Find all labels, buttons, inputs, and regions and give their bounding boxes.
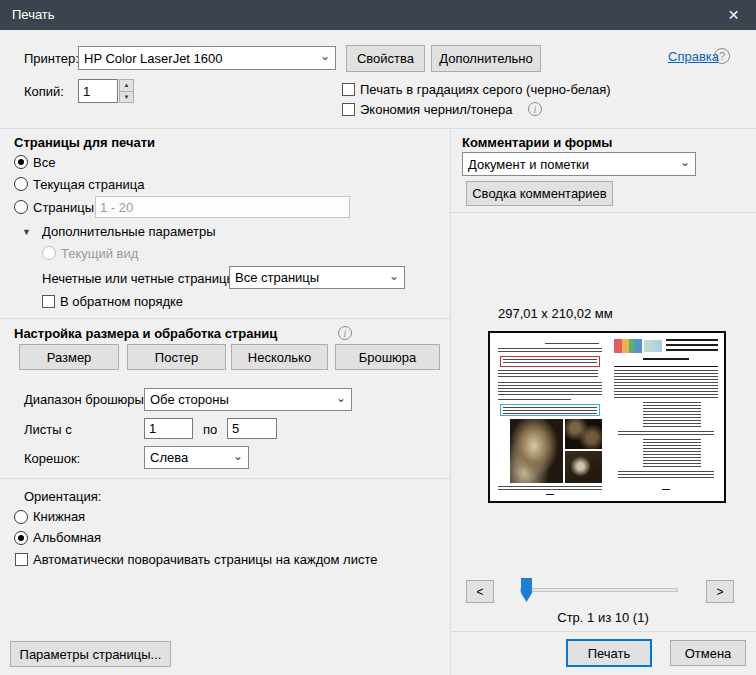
size-button[interactable]: Размер (19, 344, 119, 370)
pages-all-label[interactable]: Все (33, 155, 55, 170)
more-options-expander-icon[interactable]: ▼ (22, 227, 31, 237)
text-lines (498, 486, 602, 490)
pages-range-label[interactable]: Страницы (33, 200, 94, 215)
advanced-button[interactable]: Дополнительно (431, 45, 541, 72)
properties-button[interactable]: Свойства (346, 45, 425, 72)
spin-up-icon[interactable]: ▲ (119, 79, 134, 92)
preview-photo (510, 419, 563, 483)
page-dimensions: 297,01 x 210,02 мм (498, 306, 613, 321)
size-section-title: Настройка размера и обработка страниц (14, 326, 277, 341)
save-toner-checkbox[interactable] (342, 103, 355, 116)
landscape-radio[interactable] (14, 531, 28, 545)
copies-value: 1 (83, 84, 90, 99)
highlight-red-box (500, 356, 600, 367)
save-toner-label: Экономия чернил/тонера (360, 102, 512, 117)
booklet-range-value: Обе стороны (150, 392, 229, 407)
print-dialog: Печать ✕ Принтер: HP Color LaserJet 1600… (0, 0, 756, 675)
binding-select[interactable]: Слева ⌄ (144, 446, 249, 469)
comments-section-title: Комментарии и формы (462, 135, 612, 150)
page-preview (488, 331, 726, 503)
current-view-label: Текущий вид (61, 246, 138, 261)
page-number-mark (662, 489, 670, 490)
article-title-line (643, 358, 689, 361)
portrait-radio[interactable] (14, 510, 28, 524)
chevron-down-icon: ⌄ (320, 49, 330, 63)
pages-range-radio[interactable] (14, 200, 28, 214)
title-bar: Печать ✕ (0, 0, 756, 30)
chevron-down-icon: ⌄ (336, 391, 346, 405)
booklet-button[interactable]: Брошюра (335, 344, 440, 370)
section-divider (0, 478, 450, 479)
copies-input[interactable]: 1 (78, 79, 118, 103)
comments-summary-button[interactable]: Сводка комментариев (466, 181, 613, 206)
odd-even-label: Нечетные или четные страницы: (42, 271, 239, 286)
booklet-range-select[interactable]: Обе стороны ⌄ (144, 388, 352, 411)
help-link[interactable]: Справка (668, 49, 719, 64)
orientation-title: Ориентация: (24, 489, 101, 504)
text-lines (618, 471, 714, 480)
sheets-from-input[interactable]: 1 (144, 418, 193, 439)
page-slider-thumb[interactable] (521, 578, 532, 602)
pages-current-radio[interactable] (14, 177, 28, 191)
multiple-button[interactable]: Несколько (231, 344, 328, 370)
sheets-to-value: 5 (232, 421, 239, 436)
copies-stepper[interactable]: ▲ ▼ (119, 79, 134, 103)
dialog-title: Печать (12, 7, 55, 22)
reverse-order-checkbox[interactable] (42, 295, 55, 308)
grayscale-checkbox[interactable] (342, 83, 355, 96)
prev-page-button[interactable]: < (466, 580, 494, 603)
auto-rotate-checkbox[interactable] (15, 553, 28, 566)
size-info-icon[interactable]: i (338, 326, 352, 340)
comments-select[interactable]: Документ и пометки ⌄ (462, 152, 696, 176)
sheets-from-value: 1 (149, 421, 156, 436)
text-lines (498, 382, 602, 397)
help-icon[interactable]: ? (714, 48, 730, 64)
odd-even-select[interactable]: Все страницы ⌄ (229, 266, 405, 289)
binding-value: Слева (150, 450, 188, 465)
landscape-label[interactable]: Альбомная (33, 530, 101, 545)
page-slider-track[interactable] (520, 588, 678, 592)
text-lines (545, 343, 599, 346)
spin-down-icon[interactable]: ▼ (119, 92, 134, 104)
copies-label: Копий: (24, 84, 64, 99)
print-button[interactable]: Печать (566, 639, 652, 667)
chevron-down-icon: ⌄ (680, 155, 690, 169)
text-lines (618, 431, 714, 437)
page-number-mark (546, 494, 554, 495)
cancel-button[interactable]: Отмена (670, 640, 746, 666)
toner-info-icon[interactable]: i (528, 102, 542, 116)
preview-page-right (614, 339, 718, 495)
pages-current-label[interactable]: Текущая страница (33, 177, 144, 192)
comments-value: Документ и пометки (468, 157, 589, 172)
booklet-range-label: Диапазон брошюры: (24, 392, 148, 407)
close-icon[interactable]: ✕ (711, 0, 756, 30)
footer-divider (450, 631, 756, 632)
odd-even-value: Все страницы (235, 270, 319, 285)
next-page-button[interactable]: > (706, 580, 734, 603)
more-options-label[interactable]: Дополнительные параметры (42, 224, 216, 239)
poster-button[interactable]: Постер (127, 344, 226, 370)
page-setup-button[interactable]: Параметры страницы... (10, 641, 171, 667)
list-lines (643, 402, 701, 429)
sheets-to-input[interactable]: 5 (227, 418, 277, 439)
sheets-from-label: Листы с (24, 422, 72, 437)
printer-select[interactable]: HP Color LaserJet 1600 ⌄ (78, 46, 336, 70)
reverse-order-label: В обратном порядке (60, 294, 183, 309)
text-lines (498, 348, 602, 354)
portrait-label[interactable]: Книжная (33, 509, 85, 524)
binding-label: Корешок: (24, 451, 80, 466)
panel-divider (450, 128, 451, 675)
sheets-to-label: по (203, 422, 217, 437)
printer-label: Принтер: (24, 51, 79, 66)
text-lines (498, 399, 571, 402)
preview-divider (450, 212, 756, 213)
grayscale-label: Печать в градациях серого (черно-белая) (360, 82, 611, 97)
magazine-logo (614, 339, 642, 353)
pages-section-title: Страницы для печати (14, 135, 155, 150)
page-status: Стр. 1 из 10 (1) (450, 610, 756, 625)
pages-all-radio[interactable] (14, 155, 28, 169)
text-lines (614, 370, 718, 400)
preview-photo (565, 419, 602, 449)
pages-range-input[interactable]: 1 - 20 (95, 196, 350, 218)
rule-line (614, 366, 718, 367)
